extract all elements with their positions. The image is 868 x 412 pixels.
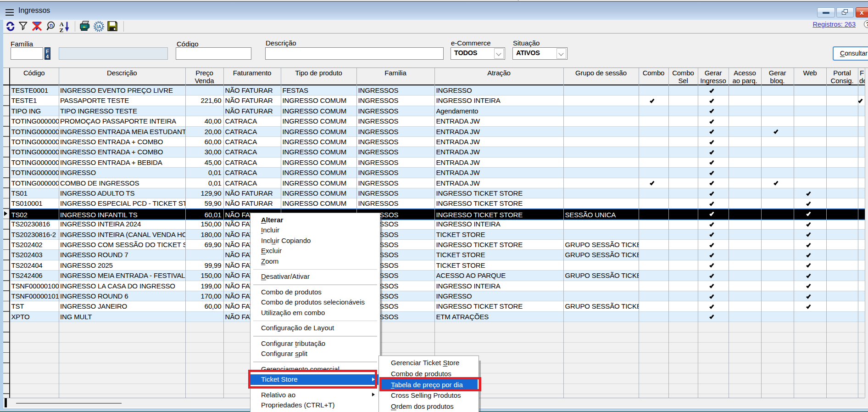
svg-text:n: n [50, 22, 53, 28]
svg-text:Z: Z [60, 26, 64, 32]
svg-text:IA: IA [96, 24, 101, 29]
